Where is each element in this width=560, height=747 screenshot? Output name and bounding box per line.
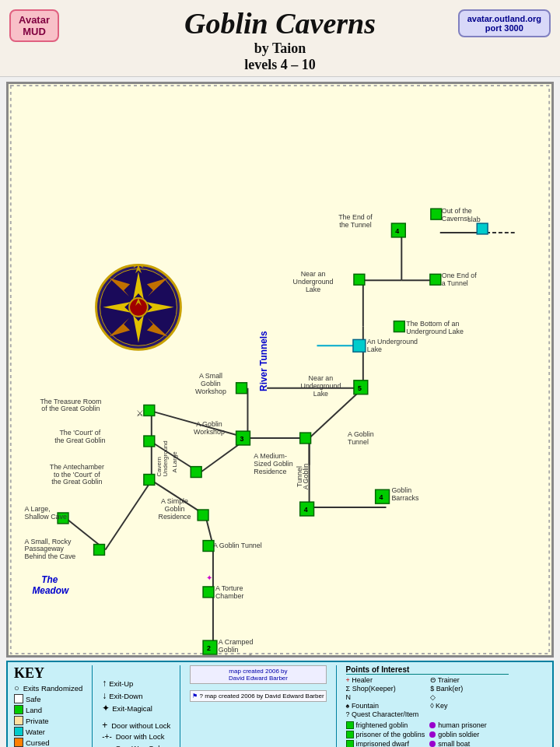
poi-bank: $ Bank(er) xyxy=(430,685,509,693)
legend-poi: Points of Interest + Healer Θ Trainer Σ … xyxy=(346,665,509,747)
svg-rect-45 xyxy=(477,223,488,234)
svg-text:of the Great Goblin: of the Great Goblin xyxy=(41,405,100,412)
svg-text:A Torture: A Torture xyxy=(215,584,243,592)
svg-text:Sized Goblin: Sized Goblin xyxy=(254,460,292,468)
svg-text:Workshop: Workshop xyxy=(194,428,225,436)
svg-text:slab: slab xyxy=(467,216,480,223)
poi-trainer: Θ Trainer xyxy=(430,676,509,684)
svg-text:Cavern: Cavern xyxy=(156,457,163,477)
svg-text:✦: ✦ xyxy=(206,573,212,582)
poi-grid: + Healer Θ Trainer Σ Shop(Keeper) $ Bank… xyxy=(346,676,509,718)
svg-text:Near an: Near an xyxy=(309,374,334,382)
svg-text:Lake: Lake xyxy=(313,390,328,398)
legend-exits-randomized: ○ Exits Randomized xyxy=(14,683,82,693)
svg-text:3: 3 xyxy=(240,435,244,443)
map-credit: map created 2006 by David Edward Barber xyxy=(190,665,326,684)
legend-exit-up: ↑ Exit-Up xyxy=(102,678,170,689)
svg-text:Underground: Underground xyxy=(300,382,341,390)
svg-rect-111 xyxy=(198,510,208,521)
poi-title: Points of Interest xyxy=(346,665,509,675)
svg-text:Lake: Lake xyxy=(367,345,382,353)
svg-text:Underground: Underground xyxy=(293,278,334,286)
svg-rect-93 xyxy=(144,436,155,447)
svg-text:The Treasure Room: The Treasure Room xyxy=(40,398,101,405)
svg-text:A Small, Rocky: A Small, Rocky xyxy=(25,538,72,545)
svg-rect-89 xyxy=(144,405,155,416)
svg-text:5: 5 xyxy=(358,384,362,392)
creature-goblin-soldier: goblin soldier xyxy=(429,731,509,738)
svg-text:A Medium-: A Medium- xyxy=(254,452,287,460)
svg-text:Goblin: Goblin xyxy=(201,380,221,388)
svg-text:Goblin: Goblin xyxy=(165,505,185,513)
svg-text:⚔: ⚔ xyxy=(136,409,144,418)
map-symbol-key: ⚑ ? map created 2006 by David Edward Bar… xyxy=(190,690,326,702)
svg-text:Goblin: Goblin xyxy=(391,486,411,494)
svg-text:a Tunnel: a Tunnel xyxy=(442,279,468,287)
legend-water: Water xyxy=(14,727,82,736)
page-header: Avatar MUD avatar.outland.org port 3000 … xyxy=(0,0,560,77)
poi-key: ◊ Key xyxy=(430,702,509,710)
svg-text:Tunnel: Tunnel xyxy=(348,438,369,446)
svg-rect-54 xyxy=(354,274,365,285)
legend-door-no-lock: + Door without Lock xyxy=(102,720,170,731)
legend-divider-3 xyxy=(336,665,337,747)
poi-n: N xyxy=(346,693,425,701)
svg-rect-100 xyxy=(191,467,201,478)
svg-text:Goblin: Goblin xyxy=(219,646,239,654)
svg-rect-96 xyxy=(144,475,155,486)
svg-text:A Large,: A Large, xyxy=(25,505,51,513)
svg-text:the Tunnel: the Tunnel xyxy=(339,221,372,229)
svg-text:One End of: One End of xyxy=(442,272,478,279)
private-color-box xyxy=(14,716,23,725)
map-area: Out of the Caverns! slab 4 The End of th… xyxy=(6,82,554,658)
svg-text:Prison Cell: Prison Cell xyxy=(219,654,252,655)
svg-text:4: 4 xyxy=(304,506,308,514)
svg-text:A Cramped: A Cramped xyxy=(219,638,254,646)
legend-private: Private xyxy=(14,716,82,725)
svg-text:The 'Court' of: The 'Court' of xyxy=(59,429,100,437)
water-color-box xyxy=(14,727,23,736)
svg-rect-0 xyxy=(9,84,551,655)
creature-small-boat: small boat xyxy=(429,740,509,747)
poi-shop: Σ Shop(Keeper) xyxy=(346,685,425,693)
svg-rect-80 xyxy=(300,433,311,444)
svg-text:to the 'Court' of: to the 'Court' of xyxy=(54,471,100,479)
svg-rect-51 xyxy=(430,274,441,285)
svg-rect-107 xyxy=(94,545,105,556)
creature-frightened-goblin: frightened goblin xyxy=(346,721,425,729)
legend-title: KEY xyxy=(14,665,82,682)
legend-exits-doors: ↑ Exit-Up ↓ Exit-Down ✦ Exit-Magical + D… xyxy=(102,665,170,747)
svg-text:Out of the: Out of the xyxy=(442,207,472,215)
poi-quest: ? Quest Character/Item xyxy=(346,710,425,718)
svg-text:the Great Goblin: the Great Goblin xyxy=(51,478,102,486)
safe-color-box xyxy=(14,694,23,703)
svg-text:4: 4 xyxy=(380,493,383,501)
svg-text:Passageway: Passageway xyxy=(25,545,65,552)
legend-land: Land xyxy=(14,705,82,714)
svg-text:An Underground: An Underground xyxy=(367,338,418,345)
svg-rect-69 xyxy=(236,383,247,394)
svg-text:A Simple: A Simple xyxy=(161,497,188,505)
legend-divider-2 xyxy=(180,665,180,747)
svg-text:Chamber: Chamber xyxy=(215,592,244,600)
svg-text:the Great Goblin: the Great Goblin xyxy=(54,437,105,444)
svg-text:Caverns!: Caverns! xyxy=(442,215,470,223)
svg-text:Shallow Cave: Shallow Cave xyxy=(25,513,67,521)
legend-safe: Safe xyxy=(14,694,82,703)
svg-text:Residence: Residence xyxy=(254,468,286,475)
svg-text:Residence: Residence xyxy=(158,513,191,521)
svg-text:A Goblin Tunnel: A Goblin Tunnel xyxy=(213,542,262,549)
svg-text:Barracks: Barracks xyxy=(391,494,419,502)
svg-rect-117 xyxy=(203,587,214,598)
svg-text:River Tunnels: River Tunnels xyxy=(258,331,269,391)
page-subtitle: by Taion levels 4 – 10 xyxy=(0,40,560,73)
svg-text:A Large: A Large xyxy=(171,451,178,473)
svg-rect-61 xyxy=(353,339,366,352)
legend-door-lock: -+- Door with Lock xyxy=(102,732,170,741)
legend-exit-down: ↓ Exit-Down xyxy=(102,690,170,701)
legend-panel: KEY ○ Exits Randomized Safe Land Private… xyxy=(6,661,554,747)
svg-text:4: 4 xyxy=(395,227,399,235)
poi-diamond: ◇ xyxy=(430,693,509,701)
creature-prisoner-goblins: prisoner of the goblins xyxy=(346,731,425,738)
cursed-color-box xyxy=(14,738,23,747)
